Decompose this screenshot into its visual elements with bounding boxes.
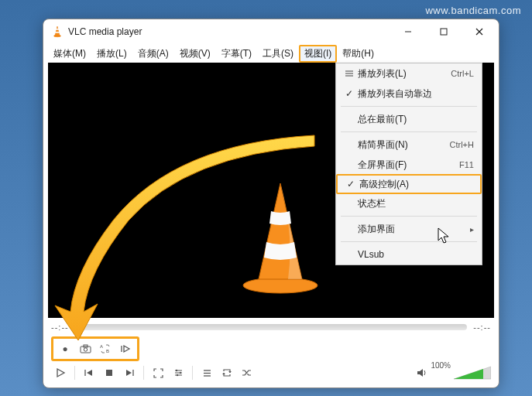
svg-marker-32 (228, 371, 232, 373)
frame-step-icon (120, 344, 131, 353)
loop-icon (221, 368, 232, 377)
frame-step-button[interactable] (116, 340, 135, 357)
playback-controls: 100% (43, 363, 499, 386)
prev-button[interactable] (80, 364, 98, 381)
app-icon (51, 26, 63, 38)
fullscreen-button[interactable] (149, 364, 167, 381)
seek-slider[interactable] (75, 324, 468, 330)
loop-ab-icon: AB (99, 343, 112, 354)
menu-item-vlsub[interactable]: VLsub (336, 244, 482, 265)
menu-item-label: 添加界面 (358, 223, 470, 236)
maximize-button[interactable] (426, 20, 462, 43)
check-icon: ✓ (341, 88, 358, 99)
titlebar: VLC media player (43, 19, 499, 44)
menu-item-minimal-view[interactable]: 精简界面(N) Ctrl+H (336, 135, 482, 155)
menu-item-label: 状态栏 (358, 197, 474, 210)
menu-item-label: 精简界面(N) (358, 138, 450, 152)
menu-item-label: 全屏界面(F) (358, 159, 459, 172)
list-icon (341, 70, 358, 77)
window-title: VLC media player (68, 26, 142, 37)
prev-icon (84, 368, 94, 377)
volume-slider[interactable] (454, 366, 491, 380)
svg-text:B: B (106, 349, 109, 353)
submenu-arrow-icon: ▸ (470, 225, 474, 234)
menu-audio[interactable]: 音频(A) (132, 45, 174, 63)
play-button[interactable] (51, 364, 70, 381)
menu-item-label: 播放列表(L) (358, 67, 451, 80)
svg-marker-19 (87, 370, 92, 376)
app-window: VLC media player 媒体(M) 播放(L) 音频(A) 视频(V)… (43, 19, 499, 388)
menu-item-dock-playlist[interactable]: ✓ 播放列表自动靠边 (336, 84, 482, 104)
svg-point-12 (84, 348, 87, 351)
menu-playback[interactable]: 播放(L) (91, 45, 132, 63)
speaker-icon[interactable] (417, 368, 427, 377)
svg-marker-16 (124, 346, 129, 352)
seek-time-left: --:-- (51, 323, 69, 332)
svg-rect-20 (106, 370, 112, 376)
menu-tools[interactable]: 工具(S) (257, 45, 299, 63)
check-icon: ✓ (342, 179, 359, 189)
record-button[interactable]: ● (56, 340, 74, 357)
menu-subtitle[interactable]: 字幕(T) (216, 45, 257, 63)
loop-button[interactable] (218, 364, 236, 381)
svg-marker-34 (417, 369, 423, 377)
seek-time-right: --:-- (473, 323, 491, 332)
cursor-icon (437, 227, 452, 245)
close-button[interactable] (462, 20, 497, 43)
menu-item-shortcut: Ctrl+H (450, 140, 474, 149)
svg-marker-17 (57, 369, 64, 377)
menu-item-label: VLsub (358, 249, 474, 260)
shuffle-button[interactable] (238, 364, 256, 381)
svg-marker-0 (55, 26, 60, 36)
menu-separator (341, 106, 477, 107)
menu-view[interactable]: 视图(I) (299, 45, 337, 63)
watermark-text: www.bandicam.com (425, 5, 521, 16)
menu-item-fullscreen-interface[interactable]: 全屏界面(F) F11 (336, 155, 482, 175)
menu-item-shortcut: Ctrl+L (451, 69, 474, 78)
menu-item-label: 播放列表自动靠边 (358, 87, 474, 101)
stop-icon (105, 368, 114, 377)
snapshot-button[interactable] (76, 340, 94, 357)
view-dropdown-menu: 播放列表(L) Ctrl+L ✓ 播放列表自动靠边 总在最前(T) 精简界面(N… (335, 63, 482, 265)
shuffle-icon (242, 368, 252, 377)
menu-item-label: 总在最前(T) (358, 113, 474, 126)
svg-marker-21 (126, 370, 132, 376)
extended-settings-button[interactable] (169, 364, 187, 381)
next-button[interactable] (120, 364, 139, 381)
svg-point-3 (54, 35, 61, 36)
record-icon: ● (62, 343, 67, 354)
svg-point-28 (176, 374, 177, 376)
svg-point-26 (175, 370, 177, 371)
menu-item-shortcut: F11 (459, 160, 474, 169)
next-icon (124, 368, 135, 377)
volume-text: 100% (431, 361, 451, 370)
menu-item-playlist[interactable]: 播放列表(L) Ctrl+L (336, 63, 482, 84)
menu-item-always-on-top[interactable]: 总在最前(T) (336, 109, 482, 129)
sliders-icon (173, 368, 184, 377)
svg-marker-40 (438, 228, 448, 243)
playlist-button[interactable] (197, 364, 216, 381)
menu-video[interactable]: 视频(V) (174, 45, 216, 63)
advanced-controls-group: ● AB (51, 336, 139, 361)
loop-ab-button[interactable]: AB (96, 340, 115, 357)
svg-rect-1 (56, 29, 59, 30)
svg-marker-33 (222, 373, 225, 374)
playlist-icon (202, 369, 212, 377)
menu-item-status-bar[interactable]: 状态栏 (336, 193, 482, 213)
minimize-button[interactable] (390, 20, 426, 43)
stop-button[interactable] (100, 364, 118, 381)
menu-item-advanced-controls[interactable]: ✓ 高级控制(A) (336, 174, 482, 194)
menu-media[interactable]: 媒体(M) (48, 45, 91, 63)
svg-text:A: A (100, 344, 103, 349)
menu-item-add-interface[interactable]: 添加界面 ▸ (336, 219, 482, 239)
menu-separator (341, 131, 477, 132)
menubar: 媒体(M) 播放(L) 音频(A) 视频(V) 字幕(T) 工具(S) 视图(I… (43, 44, 499, 63)
svg-point-8 (243, 278, 317, 293)
camera-icon (80, 344, 91, 353)
volume-control: 100% (417, 366, 491, 380)
svg-rect-5 (441, 29, 447, 35)
svg-rect-2 (55, 32, 60, 33)
menu-help[interactable]: 帮助(H) (337, 45, 379, 63)
play-icon (55, 367, 66, 378)
svg-point-27 (179, 372, 180, 374)
